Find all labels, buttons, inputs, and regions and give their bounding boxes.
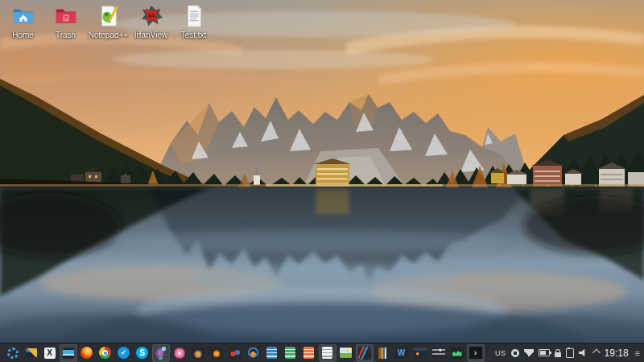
taskbar-show-desktop[interactable] <box>23 344 40 362</box>
taskbar-file-manager[interactable] <box>60 344 77 362</box>
firefox-icon <box>80 347 93 359</box>
tray-clipboard[interactable] <box>566 346 574 360</box>
audio-editor-icon <box>229 347 242 360</box>
taskbar-skype[interactable] <box>134 344 151 362</box>
taskbar-terminal[interactable] <box>467 344 485 362</box>
taskbar-calc-doc[interactable] <box>282 344 299 362</box>
terminal-icon <box>469 346 483 360</box>
taskbar-chrome[interactable] <box>97 344 114 362</box>
calc-doc-icon <box>285 347 295 359</box>
taskbar-paint-app[interactable] <box>152 344 170 362</box>
taskbar-system-monitor[interactable] <box>448 344 466 362</box>
desktop-icon-home[interactable]: Home <box>2 4 44 39</box>
taskbar-app-launcher[interactable] <box>4 344 22 362</box>
svg-text:64: 64 <box>148 13 155 19</box>
app-launcher-icon <box>7 348 19 359</box>
desktop-icon-label: Home <box>12 31 34 39</box>
expand-tray-icon <box>592 349 601 357</box>
network-icon <box>524 349 534 356</box>
headphones-app-icon <box>247 347 259 359</box>
status-globe-icon <box>511 349 519 357</box>
battery-icon <box>539 349 550 356</box>
tray-expand-tray[interactable] <box>592 346 598 360</box>
taskbar-headphones-app[interactable] <box>245 344 262 362</box>
desktop-icon-notepadpp[interactable]: Notepad++ <box>87 4 130 39</box>
writer-doc-icon <box>266 347 277 359</box>
text-file-icon <box>182 4 206 28</box>
taskbar-gimp[interactable] <box>189 344 207 362</box>
word-icon <box>395 347 408 359</box>
irfanview-icon: 64 <box>139 4 163 28</box>
desktop-icon-label: Notepad++ <box>89 31 129 39</box>
desktop-icon-irfanview[interactable]: 64 IrfanView <box>130 4 172 39</box>
clipboard-icon <box>566 348 574 358</box>
taskbar-firefox[interactable] <box>78 344 96 362</box>
panel-menu-icon[interactable]: ≡ <box>633 343 642 362</box>
taskbar-word[interactable] <box>393 344 411 362</box>
taskbar-writer-doc[interactable] <box>263 344 281 362</box>
taskbar-impress-doc[interactable] <box>300 344 318 362</box>
taskbar-items <box>3 343 485 362</box>
desktop-surface[interactable]: Home Trash Notepad++ <box>0 0 644 362</box>
pink-media-app-icon <box>174 348 185 359</box>
library-app-icon <box>377 348 390 359</box>
taskbar-toolbox-app[interactable] <box>411 344 429 362</box>
volume-icon <box>579 349 588 357</box>
vector-app-icon <box>358 347 371 360</box>
taskbar-xterm[interactable] <box>41 344 59 362</box>
impress-doc-icon <box>303 347 314 359</box>
tray-volume[interactable] <box>579 346 588 360</box>
tray-screen-lock[interactable] <box>555 346 561 360</box>
taskbar-vector-app[interactable] <box>356 344 374 362</box>
notepadpp-icon <box>97 4 121 28</box>
taskbar-image-viewer[interactable] <box>337 344 355 362</box>
taskbar-text-editor[interactable] <box>319 344 336 362</box>
xterm-icon <box>44 348 56 359</box>
show-desktop-icon <box>26 348 37 357</box>
tray-battery[interactable] <box>539 346 550 360</box>
skype-icon <box>136 347 148 359</box>
paint-app-icon <box>154 346 167 360</box>
taskbar-audio-editor[interactable] <box>226 344 244 362</box>
file-manager-icon <box>63 348 74 359</box>
tray-keyboard-layout[interactable]: US <box>495 346 506 360</box>
check-app-icon <box>118 347 130 359</box>
taskbar-pink-media-app[interactable] <box>171 344 188 362</box>
taskbar-settings-app[interactable] <box>430 344 448 362</box>
settings-app-icon <box>432 348 445 358</box>
text-editor-icon <box>322 347 332 359</box>
gimp-icon <box>192 347 204 360</box>
system-monitor-icon <box>451 348 464 359</box>
desktop-icon-label: Test.txt <box>181 31 207 39</box>
image-viewer-icon <box>339 347 353 359</box>
system-tray: US <box>495 343 601 362</box>
home-folder-icon <box>11 4 35 28</box>
toolbox-app-icon <box>414 348 427 358</box>
desktop-icon-testtxt[interactable]: Test.txt <box>172 4 215 39</box>
desktop-icon-label: Trash <box>56 31 76 39</box>
blender-icon <box>210 347 223 360</box>
trash-folder-icon <box>54 4 78 28</box>
desktop-icon-label: IrfanView <box>134 31 168 39</box>
chrome-icon <box>99 347 111 359</box>
clock[interactable]: 19:18 <box>605 348 629 359</box>
desktop-icon-trash[interactable]: Trash <box>44 4 87 39</box>
screen-lock-icon <box>555 352 561 357</box>
tray-status-globe[interactable] <box>511 346 519 360</box>
taskbar-check-app[interactable] <box>115 344 133 362</box>
desktop-icons: Home Trash Notepad++ <box>2 4 215 39</box>
taskbar-library-app[interactable] <box>374 344 392 362</box>
taskbar-panel: US 19:18 ≡ <box>0 343 644 362</box>
tray-network[interactable] <box>524 346 534 360</box>
taskbar-blender[interactable] <box>208 344 225 362</box>
wallpaper-image <box>0 0 644 343</box>
